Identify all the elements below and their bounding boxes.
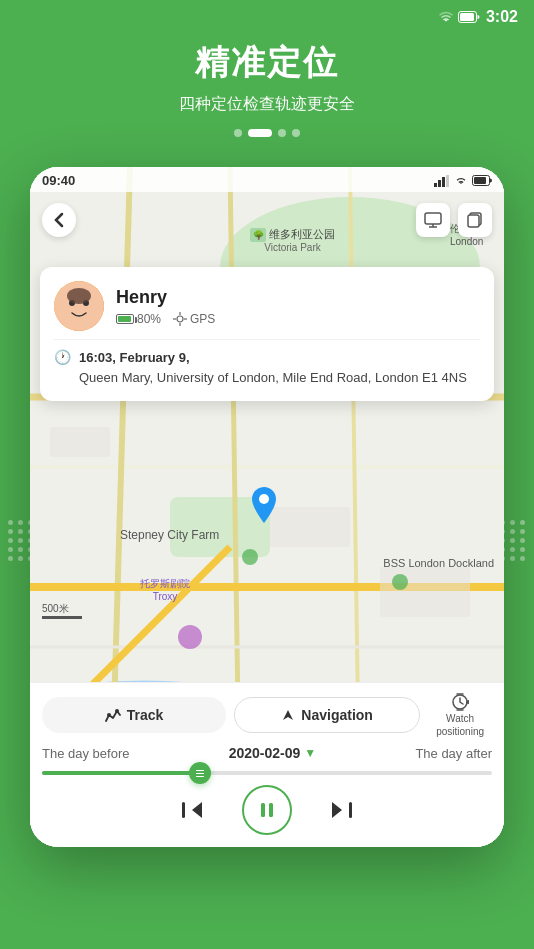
skip-back-button[interactable] [172,790,212,830]
copy-button[interactable] [458,203,492,237]
skip-forward-button[interactable] [322,790,362,830]
location-clock-icon: 🕐 [54,349,71,365]
phone-screen: 🌳 维多利亚公园 Victoria Park 伦敦奥林 London 500米 … [30,167,504,847]
copy-icon [467,212,483,228]
phone-status-icons [434,175,492,187]
top-right-buttons [416,203,492,237]
screen-button[interactable] [416,203,450,237]
location-time: 16:03, February 9, [79,348,467,368]
track-label: Track [127,707,164,723]
svg-rect-25 [474,177,486,184]
dot-3[interactable] [278,129,286,137]
info-card: Henry 80% [40,267,494,401]
map-pin [250,487,278,527]
map-scale: 500米 [42,602,82,619]
svg-point-17 [392,574,408,590]
status-bar: 3:02 [0,0,534,30]
track-icon [105,708,121,722]
monitor-icon [424,212,442,228]
location-address: Queen Mary, University of London, Mile E… [79,368,467,388]
gps-badge: GPS [173,312,215,326]
bss-label: BSS London Dockland [383,557,494,569]
date-after-button[interactable]: The day after [415,746,492,761]
person-name: Henry [116,287,215,308]
playback-controls [42,785,492,847]
battery-badge: 80% [116,312,161,326]
card-location: 🕐 16:03, February 9, Queen Mary, Univers… [54,348,480,387]
avatar [54,281,104,331]
svg-rect-21 [438,180,441,187]
date-display[interactable]: 2020-02-09 ▼ [229,745,317,761]
dot-1[interactable] [234,129,242,137]
progress-thumb[interactable] [189,762,211,784]
status-time: 3:02 [486,8,518,26]
svg-point-34 [67,288,91,304]
svg-rect-45 [261,803,265,817]
navigation-label: Navigation [301,707,373,723]
svg-rect-30 [468,215,479,227]
date-dropdown-icon: ▼ [304,746,316,760]
status-icons [438,11,480,23]
svg-rect-13 [50,427,110,457]
track-button[interactable]: Track [42,697,226,733]
card-header: Henry 80% [54,281,480,331]
svg-point-41 [115,709,119,713]
wifi-icon [438,11,454,23]
card-divider [54,339,480,340]
dot-4[interactable] [292,129,300,137]
signal-icon [434,175,450,187]
thumb-lines [196,770,204,777]
phone-battery-icon [472,175,492,186]
watch-sub-label: positioning [436,726,484,737]
header-subtitle: 四种定位检查轨迹更安全 [20,94,514,115]
gps-icon [173,312,187,326]
progress-track [42,771,492,775]
date-before-button[interactable]: The day before [42,746,129,761]
progress-fill [42,771,200,775]
svg-rect-1 [460,13,474,21]
location-pin-icon [250,487,278,523]
card-info: Henry 80% [116,287,215,326]
date-row: The day before 2020-02-09 ▼ The day afte… [42,745,492,761]
phone-wifi-icon [454,175,468,186]
dots-indicator [20,129,514,137]
watch-icon [451,693,469,711]
back-button[interactable] [42,203,76,237]
phone-bottom-controls: Track Navigation Watch [30,682,504,847]
svg-point-35 [177,316,183,322]
battery-status-icon [458,11,480,23]
skip-forward-icon [330,800,354,820]
location-text: 16:03, February 9, Queen Mary, Universit… [79,348,467,387]
pause-button[interactable] [242,785,292,835]
svg-point-40 [107,713,111,717]
phone-top-controls [30,195,504,245]
date-value: 2020-02-09 [229,745,301,761]
phone-mockup: 🌳 维多利亚公园 Victoria Park 伦敦奥林 London 500米 … [30,167,504,847]
phone-time: 09:40 [42,173,75,188]
troxy-label: 托罗斯剧院 Troxy [140,577,190,602]
header-title: 精准定位 [20,40,514,86]
pause-icon [258,801,276,819]
svg-rect-47 [349,802,352,818]
phone-inner-status: 09:40 [30,167,504,192]
dot-2[interactable] [248,129,272,137]
svg-rect-26 [425,213,441,224]
svg-rect-23 [446,175,449,187]
svg-point-19 [259,494,269,504]
svg-rect-46 [269,803,273,817]
watch-positioning-button[interactable]: Watch positioning [428,693,492,737]
avatar-image [54,281,104,331]
stepney-label: Stepney City Farm [120,528,219,542]
svg-point-18 [178,625,202,649]
avatar-svg [54,281,104,331]
back-chevron-icon [54,212,64,228]
progress-bar[interactable] [42,771,492,775]
svg-rect-20 [434,183,437,187]
header-section: 精准定位 四种定位检查轨迹更安全 [0,30,534,167]
svg-rect-15 [380,567,470,617]
svg-rect-14 [270,507,350,547]
navigation-icon [281,708,295,722]
skip-back-icon [180,800,204,820]
svg-point-16 [242,549,258,565]
navigation-button[interactable]: Navigation [234,697,420,733]
